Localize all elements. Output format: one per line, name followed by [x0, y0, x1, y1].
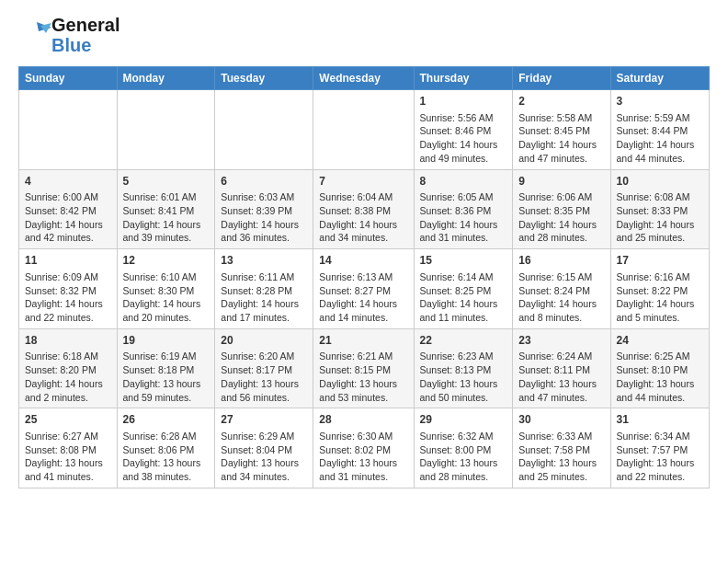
day-number: 18 [25, 333, 111, 349]
day-number: 23 [518, 333, 604, 349]
day-cell: 5Sunrise: 6:01 AM Sunset: 8:41 PM Daylig… [117, 169, 215, 249]
week-row-3: 11Sunrise: 6:09 AM Sunset: 8:32 PM Dayli… [19, 249, 710, 329]
day-info: Sunrise: 6:19 AM Sunset: 8:18 PM Dayligh… [123, 350, 210, 404]
day-cell: 29Sunrise: 6:32 AM Sunset: 8:00 PM Dayli… [414, 408, 513, 488]
day-number: 9 [518, 174, 604, 190]
day-info: Sunrise: 6:21 AM Sunset: 8:15 PM Dayligh… [319, 350, 407, 404]
day-info: Sunrise: 6:20 AM Sunset: 8:17 PM Dayligh… [221, 350, 307, 404]
col-header-friday: Friday [513, 67, 610, 90]
day-number: 25 [25, 412, 111, 428]
day-number: 30 [518, 412, 604, 428]
day-cell [19, 90, 118, 170]
day-cell: 3Sunrise: 5:59 AM Sunset: 8:44 PM Daylig… [610, 90, 709, 170]
day-number: 2 [518, 94, 604, 109]
day-cell [313, 90, 414, 170]
logo-bird-icon [18, 18, 51, 52]
calendar-table: SundayMondayTuesdayWednesdayThursdayFrid… [18, 66, 710, 488]
day-number: 10 [617, 174, 703, 190]
day-cell: 15Sunrise: 6:14 AM Sunset: 8:25 PM Dayli… [414, 249, 513, 329]
day-cell: 1Sunrise: 5:56 AM Sunset: 8:46 PM Daylig… [414, 90, 513, 170]
day-number: 3 [617, 94, 703, 109]
day-cell: 11Sunrise: 6:09 AM Sunset: 8:32 PM Dayli… [19, 249, 118, 329]
header-row: SundayMondayTuesdayWednesdayThursdayFrid… [19, 67, 710, 90]
logo: General Blue [18, 15, 119, 55]
day-number: 7 [319, 174, 407, 190]
col-header-wednesday: Wednesday [313, 67, 414, 90]
day-info: Sunrise: 6:05 AM Sunset: 8:36 PM Dayligh… [420, 190, 507, 245]
day-cell: 9Sunrise: 6:06 AM Sunset: 8:35 PM Daylig… [513, 169, 610, 249]
week-row-5: 25Sunrise: 6:27 AM Sunset: 8:08 PM Dayli… [19, 408, 710, 488]
col-header-tuesday: Tuesday [215, 67, 313, 90]
day-cell [215, 90, 313, 170]
day-cell: 14Sunrise: 6:13 AM Sunset: 8:27 PM Dayli… [313, 249, 414, 329]
day-cell: 4Sunrise: 6:00 AM Sunset: 8:42 PM Daylig… [19, 169, 118, 249]
day-number: 29 [420, 412, 507, 428]
day-info: Sunrise: 5:56 AM Sunset: 8:46 PM Dayligh… [420, 111, 507, 166]
day-info: Sunrise: 6:08 AM Sunset: 8:33 PM Dayligh… [617, 190, 703, 245]
day-info: Sunrise: 6:11 AM Sunset: 8:28 PM Dayligh… [221, 270, 307, 325]
day-number: 5 [123, 174, 210, 190]
day-info: Sunrise: 6:10 AM Sunset: 8:30 PM Dayligh… [123, 270, 210, 325]
day-cell: 30Sunrise: 6:33 AM Sunset: 7:58 PM Dayli… [513, 408, 610, 488]
day-number: 13 [221, 253, 307, 269]
day-info: Sunrise: 6:00 AM Sunset: 8:42 PM Dayligh… [25, 190, 111, 245]
day-info: Sunrise: 6:34 AM Sunset: 7:57 PM Dayligh… [617, 430, 703, 484]
day-cell: 22Sunrise: 6:23 AM Sunset: 8:13 PM Dayli… [414, 328, 513, 408]
day-info: Sunrise: 6:25 AM Sunset: 8:10 PM Dayligh… [617, 350, 703, 404]
day-cell: 16Sunrise: 6:15 AM Sunset: 8:24 PM Dayli… [513, 249, 610, 329]
page-container: General Blue SundayMondayTuesdayWednesda… [0, 0, 728, 503]
day-info: Sunrise: 6:06 AM Sunset: 8:35 PM Dayligh… [518, 190, 604, 245]
day-number: 12 [123, 253, 210, 269]
day-info: Sunrise: 6:23 AM Sunset: 8:13 PM Dayligh… [420, 350, 507, 404]
day-info: Sunrise: 6:33 AM Sunset: 7:58 PM Dayligh… [518, 430, 604, 484]
day-cell: 2Sunrise: 5:58 AM Sunset: 8:45 PM Daylig… [513, 90, 610, 170]
day-number: 28 [319, 412, 407, 428]
col-header-monday: Monday [117, 67, 215, 90]
day-number: 6 [221, 174, 307, 190]
day-number: 31 [617, 412, 703, 428]
day-number: 20 [221, 333, 307, 349]
day-cell: 12Sunrise: 6:10 AM Sunset: 8:30 PM Dayli… [117, 249, 215, 329]
day-info: Sunrise: 5:58 AM Sunset: 8:45 PM Dayligh… [518, 111, 604, 166]
day-number: 19 [123, 333, 210, 349]
week-row-1: 1Sunrise: 5:56 AM Sunset: 8:46 PM Daylig… [19, 90, 710, 170]
day-cell: 27Sunrise: 6:29 AM Sunset: 8:04 PM Dayli… [215, 408, 313, 488]
day-cell: 13Sunrise: 6:11 AM Sunset: 8:28 PM Dayli… [215, 249, 313, 329]
col-header-thursday: Thursday [414, 67, 513, 90]
day-number: 1 [420, 94, 507, 109]
day-number: 26 [123, 412, 210, 428]
day-cell: 17Sunrise: 6:16 AM Sunset: 8:22 PM Dayli… [610, 249, 709, 329]
day-number: 15 [420, 253, 507, 269]
col-header-saturday: Saturday [610, 67, 709, 90]
week-row-2: 4Sunrise: 6:00 AM Sunset: 8:42 PM Daylig… [19, 169, 710, 249]
day-cell: 23Sunrise: 6:24 AM Sunset: 8:11 PM Dayli… [513, 328, 610, 408]
day-cell: 24Sunrise: 6:25 AM Sunset: 8:10 PM Dayli… [610, 328, 709, 408]
day-info: Sunrise: 6:28 AM Sunset: 8:06 PM Dayligh… [123, 430, 210, 484]
day-cell: 18Sunrise: 6:18 AM Sunset: 8:20 PM Dayli… [19, 328, 118, 408]
day-number: 27 [221, 412, 307, 428]
day-cell: 20Sunrise: 6:20 AM Sunset: 8:17 PM Dayli… [215, 328, 313, 408]
day-number: 17 [617, 253, 703, 269]
day-info: Sunrise: 6:27 AM Sunset: 8:08 PM Dayligh… [25, 430, 111, 484]
day-info: Sunrise: 6:32 AM Sunset: 8:00 PM Dayligh… [420, 430, 507, 484]
day-info: Sunrise: 6:18 AM Sunset: 8:20 PM Dayligh… [25, 350, 111, 404]
day-info: Sunrise: 6:09 AM Sunset: 8:32 PM Dayligh… [25, 270, 111, 325]
day-info: Sunrise: 6:30 AM Sunset: 8:02 PM Dayligh… [319, 430, 407, 484]
week-row-4: 18Sunrise: 6:18 AM Sunset: 8:20 PM Dayli… [19, 328, 710, 408]
day-cell: 6Sunrise: 6:03 AM Sunset: 8:39 PM Daylig… [215, 169, 313, 249]
day-number: 8 [420, 174, 507, 190]
day-cell: 8Sunrise: 6:05 AM Sunset: 8:36 PM Daylig… [414, 169, 513, 249]
day-info: Sunrise: 6:29 AM Sunset: 8:04 PM Dayligh… [221, 430, 307, 484]
day-info: Sunrise: 6:16 AM Sunset: 8:22 PM Dayligh… [617, 270, 703, 325]
day-cell: 7Sunrise: 6:04 AM Sunset: 8:38 PM Daylig… [313, 169, 414, 249]
day-cell [117, 90, 215, 170]
day-cell: 31Sunrise: 6:34 AM Sunset: 7:57 PM Dayli… [610, 408, 709, 488]
day-info: Sunrise: 5:59 AM Sunset: 8:44 PM Dayligh… [617, 111, 703, 166]
day-info: Sunrise: 6:04 AM Sunset: 8:38 PM Dayligh… [319, 190, 407, 245]
day-number: 22 [420, 333, 507, 349]
day-info: Sunrise: 6:13 AM Sunset: 8:27 PM Dayligh… [319, 270, 407, 325]
day-cell: 19Sunrise: 6:19 AM Sunset: 8:18 PM Dayli… [117, 328, 215, 408]
day-info: Sunrise: 6:01 AM Sunset: 8:41 PM Dayligh… [123, 190, 210, 245]
day-cell: 21Sunrise: 6:21 AM Sunset: 8:15 PM Dayli… [313, 328, 414, 408]
col-header-sunday: Sunday [19, 67, 118, 90]
